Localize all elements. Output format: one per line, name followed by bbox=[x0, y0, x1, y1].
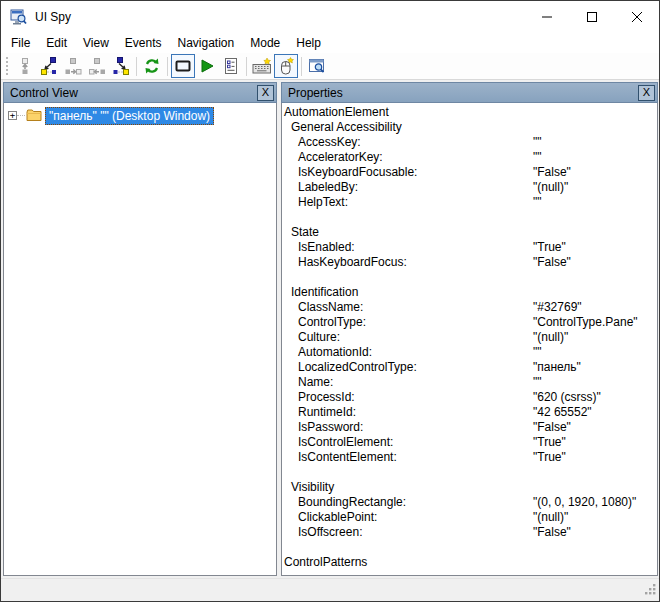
property-value: "False" bbox=[533, 420, 571, 435]
menu-item-help[interactable]: Help bbox=[288, 34, 329, 52]
property-row: Culture:"(null)" bbox=[282, 330, 657, 345]
property-label: HelpText: bbox=[282, 195, 348, 210]
property-label: IsControlElement: bbox=[282, 435, 393, 450]
menu-item-edit[interactable]: Edit bbox=[38, 34, 75, 52]
property-label: BoundingRectangle: bbox=[282, 495, 406, 510]
property-label: Visibility bbox=[282, 480, 334, 495]
property-value: "False" bbox=[533, 525, 571, 540]
menu-item-navigation[interactable]: Navigation bbox=[170, 34, 243, 52]
menu-item-file[interactable]: File bbox=[3, 34, 38, 52]
toolbar bbox=[1, 53, 659, 80]
property-value: "True" bbox=[533, 435, 566, 450]
property-row: IsKeyboardFocusable:"False" bbox=[282, 165, 657, 180]
property-row: IsOffscreen:"False" bbox=[282, 525, 657, 540]
property-row: RuntimeId:"42 65552" bbox=[282, 405, 657, 420]
property-label: IsKeyboardFocusable: bbox=[282, 165, 417, 180]
refresh-icon bbox=[143, 57, 161, 75]
property-value: "620 (csrss)" bbox=[533, 390, 601, 405]
property-row: IsEnabled:"True" bbox=[282, 240, 657, 255]
property-label: RuntimeId: bbox=[282, 405, 356, 420]
maximize-button[interactable] bbox=[569, 1, 614, 32]
navigate-previous-sibling-icon bbox=[88, 57, 106, 75]
property-value: "" bbox=[533, 135, 542, 150]
keyboard-mode-button[interactable] bbox=[250, 54, 274, 78]
property-value: "ControlType.Pane" bbox=[533, 315, 638, 330]
menu-item-view[interactable]: View bbox=[75, 34, 117, 52]
menu-item-mode[interactable]: Mode bbox=[242, 34, 288, 52]
property-value: "" bbox=[533, 375, 542, 390]
property-value: "" bbox=[533, 150, 542, 165]
property-row: IsPassword:"False" bbox=[282, 420, 657, 435]
property-row: IsContentElement:"True" bbox=[282, 450, 657, 465]
property-label: ClassName: bbox=[282, 300, 363, 315]
property-row: ClickablePoint:"(null)" bbox=[282, 510, 657, 525]
property-value: "" bbox=[533, 345, 542, 360]
event-list-button[interactable] bbox=[219, 54, 243, 78]
property-row: General Accessibility bbox=[282, 120, 657, 135]
property-label: LocalizedControlType: bbox=[282, 360, 417, 375]
property-label: Name: bbox=[282, 375, 333, 390]
navigate-next-sibling-icon bbox=[64, 57, 82, 75]
navigate-first-child-button[interactable] bbox=[37, 54, 61, 78]
navigate-last-child-button[interactable] bbox=[109, 54, 133, 78]
navigate-next-sibling-button[interactable] bbox=[61, 54, 85, 78]
start-events-button[interactable] bbox=[195, 54, 219, 78]
property-value: "42 65552" bbox=[533, 405, 592, 420]
refresh-button[interactable] bbox=[140, 54, 164, 78]
property-value: "(null)" bbox=[533, 510, 568, 525]
tree-row-desktop: + "панель" "" (Desktop Window) bbox=[8, 107, 276, 124]
window-title: UI Spy bbox=[35, 10, 71, 24]
app-icon bbox=[10, 9, 28, 25]
property-label: IsEnabled: bbox=[282, 240, 355, 255]
menu-item-events[interactable]: Events bbox=[117, 34, 170, 52]
properties-list[interactable]: AutomationElementGeneral AccessibilityAc… bbox=[281, 103, 658, 576]
navigate-previous-sibling-button[interactable] bbox=[85, 54, 109, 78]
event-list-icon bbox=[222, 57, 240, 75]
property-label: AccessKey: bbox=[282, 135, 361, 150]
hover-window-icon bbox=[308, 57, 327, 75]
mouse-mode-toggle[interactable] bbox=[274, 54, 298, 78]
toolbar-grip-handle[interactable] bbox=[4, 57, 10, 75]
property-value: "панель" bbox=[533, 360, 581, 375]
navigate-parent-icon bbox=[16, 57, 34, 75]
navigate-first-child-icon bbox=[40, 57, 58, 75]
property-row: BoundingRectangle:"(0, 0, 1920, 1080)" bbox=[282, 495, 657, 510]
menu-bar: File Edit View Events Navigation Mode He… bbox=[1, 32, 659, 53]
property-label: LabeledBy: bbox=[282, 180, 358, 195]
control-view-close-button[interactable]: X bbox=[257, 85, 274, 101]
property-row: HelpText:"" bbox=[282, 195, 657, 210]
navigate-last-child-icon bbox=[112, 57, 130, 75]
property-label: IsOffscreen: bbox=[282, 525, 362, 540]
navigate-parent-button[interactable] bbox=[13, 54, 37, 78]
main-area: Control View X + "панель" "" (Desktop Wi… bbox=[1, 80, 659, 578]
minimize-button[interactable] bbox=[524, 1, 569, 32]
highlight-rectangle-toggle[interactable] bbox=[171, 54, 195, 78]
property-value: "(null)" bbox=[533, 330, 568, 345]
resize-grip-handle[interactable] bbox=[645, 584, 656, 598]
property-row-spacer bbox=[282, 540, 657, 555]
property-row: ClassName:"#32769" bbox=[282, 300, 657, 315]
tree-expand-toggle[interactable]: + bbox=[8, 111, 17, 120]
property-label: ControlPatterns bbox=[282, 555, 367, 570]
property-row: AutomationElement bbox=[282, 105, 657, 120]
property-row: HasKeyboardFocus:"False" bbox=[282, 255, 657, 270]
property-row: IsControlElement:"True" bbox=[282, 435, 657, 450]
start-events-icon bbox=[198, 57, 216, 75]
properties-title: Properties bbox=[288, 86, 638, 100]
properties-close-button[interactable]: X bbox=[638, 85, 655, 101]
property-row: ControlType:"ControlType.Pane" bbox=[282, 315, 657, 330]
caption-buttons bbox=[524, 1, 659, 32]
property-row: ControlPatterns bbox=[282, 555, 657, 570]
control-view-tree[interactable]: + "панель" "" (Desktop Window) bbox=[3, 103, 277, 576]
property-value: "(0, 0, 1920, 1080)" bbox=[533, 495, 636, 510]
tree-item-desktop-window[interactable]: "панель" "" (Desktop Window) bbox=[45, 107, 214, 125]
property-row: State bbox=[282, 225, 657, 240]
ui-spy-window: UI Spy File Edit View Events Navigation … bbox=[0, 0, 660, 602]
hover-window-button[interactable] bbox=[305, 54, 329, 78]
property-label: IsContentElement: bbox=[282, 450, 397, 465]
close-button[interactable] bbox=[614, 1, 659, 32]
properties-header: Properties X bbox=[281, 82, 658, 103]
property-label: AutomationId: bbox=[282, 345, 372, 360]
property-value: "False" bbox=[533, 165, 571, 180]
folder-icon bbox=[26, 109, 42, 122]
